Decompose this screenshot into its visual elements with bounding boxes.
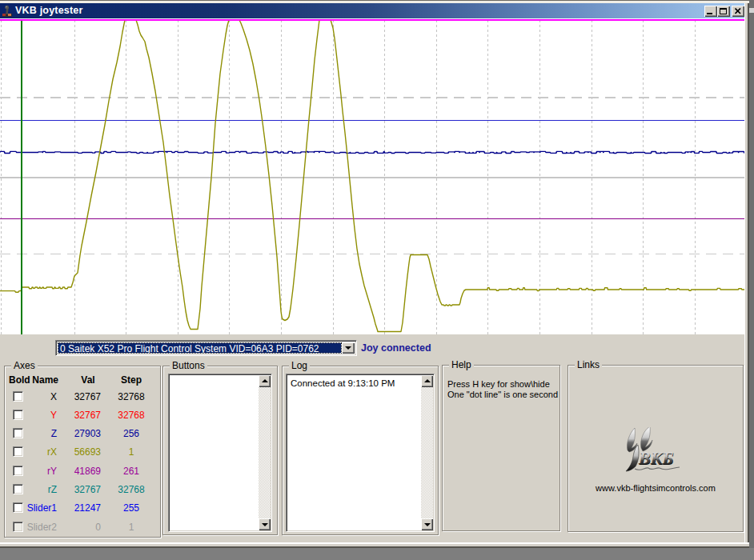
axis-row-x: X3276732768	[5, 387, 160, 406]
axis-value: 0	[46, 522, 101, 533]
maximize-button[interactable]	[717, 6, 730, 17]
arrow-up-icon	[262, 379, 268, 382]
axis-value: 32767	[46, 410, 101, 421]
log-listbox[interactable]: Connected at 9:13:10 PM	[286, 374, 435, 532]
links-group: Links ВКБ ВКБ	[568, 365, 744, 532]
buttons-scrollbar[interactable]	[259, 375, 271, 530]
window-right-border	[744, 3, 749, 542]
axis-row-slider2: Slider201	[5, 518, 160, 536]
minimize-button[interactable]	[704, 6, 717, 17]
help-group-label: Help	[449, 360, 474, 370]
website-link[interactable]: www.vkb-flightsimcontrols.com	[568, 483, 743, 493]
arrow-down-icon	[262, 523, 268, 526]
axis-row-slider1: Slider121247255	[5, 498, 160, 517]
help-text: Press H key for show\hide One "dot line"…	[447, 379, 558, 400]
help-group: Help Press H key for show\hide One "dot …	[442, 365, 560, 531]
close-button[interactable]	[732, 6, 744, 17]
links-group-label: Links	[575, 360, 602, 370]
chart-svg	[0, 18, 745, 334]
log-group: Log Connected at 9:13:10 PM	[282, 366, 439, 535]
column-header-name: Name	[32, 374, 58, 386]
scroll-up-button[interactable]	[259, 375, 271, 387]
axis-row-z: Z27903256	[5, 424, 160, 442]
scroll-down-button[interactable]	[421, 518, 433, 530]
axis-step: 261	[112, 466, 150, 477]
axis-value: 32767	[46, 484, 101, 495]
axis-value: 27903	[46, 428, 101, 439]
window-bottom-border	[0, 542, 749, 548]
window-title: VKB joytester	[15, 5, 83, 16]
chevron-down-icon	[345, 346, 351, 350]
axis-row-rx: rX566931	[5, 442, 160, 461]
axes-table-header: Bold Name Val Step	[5, 374, 160, 386]
axis-step: 256	[112, 428, 150, 439]
device-select-dropdown-button[interactable]	[342, 342, 355, 354]
axis-row-ry: rY41869261	[5, 462, 160, 480]
axis-step: 32768	[112, 484, 150, 495]
joystick-scope-chart[interactable]	[0, 18, 745, 334]
status-text: Joy connected	[361, 342, 431, 354]
axis-value: 21247	[46, 502, 101, 514]
vkb-logo: ВКБ ВКБ	[625, 427, 681, 473]
rx-axis-trace	[0, 20, 744, 332]
axis-value: 56693	[46, 446, 101, 458]
axes-group-label: Axes	[11, 361, 38, 371]
axis-row-y: Y3276732768	[5, 406, 160, 424]
arrow-up-icon	[424, 379, 431, 382]
maximize-icon	[720, 8, 727, 14]
arrow-down-icon	[424, 523, 431, 526]
background-window-edge	[748, 8, 754, 13]
minimize-icon	[707, 13, 712, 14]
log-scrollbar[interactable]	[421, 375, 433, 530]
buttons-group: Buttons	[162, 366, 278, 535]
axis-step: 32768	[112, 410, 150, 421]
scroll-down-button[interactable]	[259, 518, 271, 530]
axis-step: 1	[112, 446, 150, 458]
log-group-label: Log	[289, 361, 310, 371]
axis-step: 1	[112, 522, 150, 533]
axes-group: Axes Bold Name Val Step X3276732768Y3276…	[4, 366, 161, 538]
desktop-background-right	[749, 0, 754, 548]
scroll-up-button[interactable]	[421, 375, 433, 387]
control-panel: 0 Saitek X52 Pro Flight Control System V…	[0, 334, 745, 542]
axis-value: 32767	[46, 391, 101, 402]
axis-step: 32768	[112, 391, 150, 402]
logo-text: ВКБ	[638, 448, 674, 468]
device-select[interactable]: 0 Saitek X52 Pro Flight Control System V…	[55, 340, 357, 356]
buttons-group-label: Buttons	[170, 361, 207, 371]
column-header-bold: Bold	[9, 374, 30, 386]
log-entries: Connected at 9:13:10 PM	[291, 378, 419, 390]
buttons-listbox[interactable]	[168, 374, 272, 532]
app-icon	[2, 5, 13, 18]
z-axis-trace	[0, 151, 745, 153]
close-icon	[735, 8, 741, 14]
column-header-step: Step	[112, 374, 150, 386]
column-header-val: Val	[69, 374, 107, 386]
titlebar[interactable]: VKB joytester	[0, 3, 744, 18]
device-select-value: 0 Saitek X52 Pro Flight Control System V…	[58, 343, 341, 353]
screen: VKB joytester 0 Saitek X52 Pro Flight Co…	[0, 0, 754, 560]
axis-step: 255	[112, 502, 150, 514]
axis-value: 41869	[46, 466, 101, 477]
axis-row-rz: rZ3276732768	[5, 480, 160, 498]
